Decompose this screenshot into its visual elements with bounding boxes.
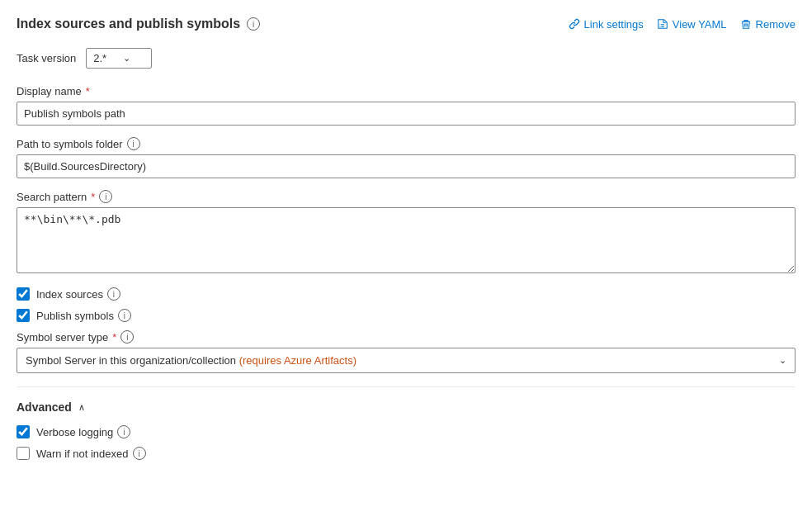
verbose-logging-row: Verbose logging i <box>17 425 795 438</box>
task-version-row: Task version 2.* ⌄ <box>17 48 795 69</box>
path-symbols-folder-label: Path to symbols folder i <box>17 137 795 150</box>
symbol-server-type-chevron-icon: ⌄ <box>779 355 786 366</box>
view-yaml-label: View YAML <box>673 18 727 31</box>
search-pattern-group: Search pattern * i **\bin\**\*.pdb <box>17 190 795 276</box>
task-version-chevron-icon: ⌄ <box>123 53 130 64</box>
task-version-label: Task version <box>17 52 76 64</box>
symbol-server-type-suffix: (requires Azure Artifacts) <box>239 354 356 367</box>
section-divider <box>17 386 795 387</box>
symbol-server-type-label: Symbol server type * i <box>17 330 795 344</box>
symbol-server-type-select[interactable]: Symbol Server in this organization/colle… <box>17 348 795 373</box>
index-sources-label[interactable]: Index sources i <box>36 287 120 301</box>
warn-not-indexed-info-icon[interactable]: i <box>133 447 146 460</box>
title-info-icon[interactable]: i <box>247 17 260 31</box>
display-name-input[interactable] <box>17 102 795 126</box>
yaml-icon <box>657 18 668 30</box>
header-left: Index sources and publish symbols i <box>17 17 260 31</box>
advanced-header[interactable]: Advanced ∧ <box>17 400 795 414</box>
publish-symbols-label[interactable]: Publish symbols i <box>36 309 131 322</box>
verbose-logging-checkbox[interactable] <box>17 425 30 438</box>
verbose-logging-info-icon[interactable]: i <box>117 425 130 438</box>
search-pattern-label: Search pattern * i <box>17 190 795 203</box>
advanced-title: Advanced <box>17 400 72 414</box>
display-name-label: Display name * <box>17 85 795 97</box>
warn-not-indexed-checkbox[interactable] <box>17 447 30 460</box>
verbose-logging-label[interactable]: Verbose logging i <box>36 425 130 438</box>
display-name-required: * <box>86 85 90 97</box>
header-actions: Link settings View YAML Remove <box>569 18 795 31</box>
page-header: Index sources and publish symbols i Link… <box>17 17 795 31</box>
symbol-server-type-value: Symbol Server in this organization/colle… <box>26 354 779 367</box>
symbol-server-type-info-icon[interactable]: i <box>120 330 134 344</box>
search-pattern-input[interactable]: **\bin\**\*.pdb <box>17 207 795 273</box>
index-sources-info-icon[interactable]: i <box>107 287 120 301</box>
publish-symbols-info-icon[interactable]: i <box>118 309 131 322</box>
path-symbols-folder-input[interactable] <box>17 154 795 178</box>
advanced-chevron-icon: ∧ <box>78 402 85 413</box>
warn-not-indexed-row: Warn if not indexed i <box>17 447 795 460</box>
page-title: Index sources and publish symbols <box>17 17 240 31</box>
search-pattern-required: * <box>91 191 95 203</box>
task-version-value: 2.* <box>93 52 106 64</box>
remove-button[interactable]: Remove <box>740 18 795 31</box>
publish-symbols-row: Publish symbols i <box>17 309 795 322</box>
link-settings-button[interactable]: Link settings <box>569 18 644 31</box>
symbol-server-type-group: Symbol server type * i Symbol Server in … <box>17 330 795 373</box>
task-version-select[interactable]: 2.* ⌄ <box>86 48 152 69</box>
remove-icon <box>740 18 752 30</box>
path-symbols-folder-group: Path to symbols folder i <box>17 137 795 178</box>
symbol-server-type-required: * <box>112 331 116 344</box>
link-icon <box>569 18 580 30</box>
display-name-group: Display name * <box>17 85 795 126</box>
remove-label: Remove <box>756 18 795 31</box>
view-yaml-button[interactable]: View YAML <box>657 18 727 31</box>
publish-symbols-checkbox[interactable] <box>17 309 30 322</box>
index-sources-row: Index sources i <box>17 287 795 301</box>
link-settings-label: Link settings <box>584 18 644 31</box>
path-symbols-folder-info-icon[interactable]: i <box>127 137 140 150</box>
index-sources-checkbox[interactable] <box>17 287 30 301</box>
warn-not-indexed-label[interactable]: Warn if not indexed i <box>36 447 146 460</box>
search-pattern-info-icon[interactable]: i <box>99 190 112 203</box>
